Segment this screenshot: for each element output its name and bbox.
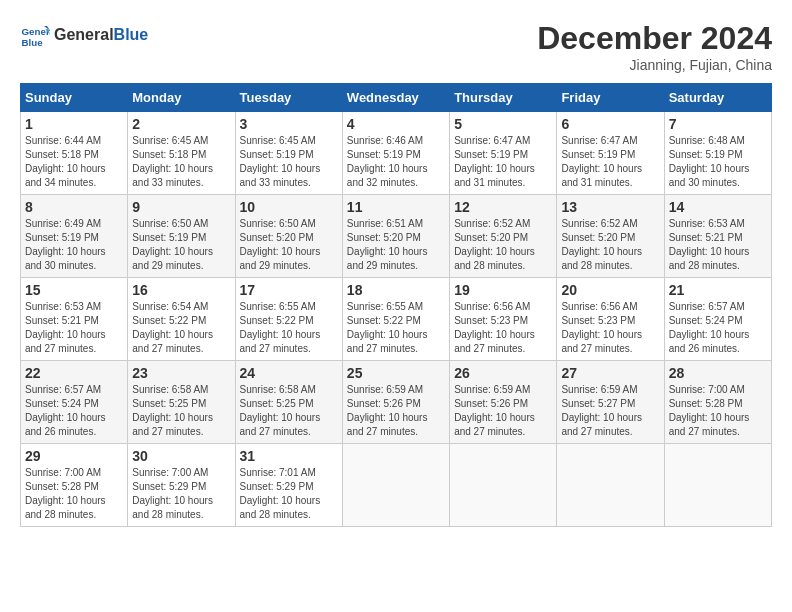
- day-info: Sunrise: 6:50 AM Sunset: 5:20 PM Dayligh…: [240, 217, 338, 273]
- day-info: Sunrise: 6:53 AM Sunset: 5:21 PM Dayligh…: [25, 300, 123, 356]
- calendar-cell: 22 Sunrise: 6:57 AM Sunset: 5:24 PM Dayl…: [21, 361, 128, 444]
- day-number: 12: [454, 199, 552, 215]
- calendar-cell: 17 Sunrise: 6:55 AM Sunset: 5:22 PM Dayl…: [235, 278, 342, 361]
- day-info: Sunrise: 6:59 AM Sunset: 5:26 PM Dayligh…: [454, 383, 552, 439]
- calendar-cell: 10 Sunrise: 6:50 AM Sunset: 5:20 PM Dayl…: [235, 195, 342, 278]
- weekday-header-wednesday: Wednesday: [342, 84, 449, 112]
- day-info: Sunrise: 6:57 AM Sunset: 5:24 PM Dayligh…: [669, 300, 767, 356]
- calendar-cell: [342, 444, 449, 527]
- calendar-cell: 23 Sunrise: 6:58 AM Sunset: 5:25 PM Dayl…: [128, 361, 235, 444]
- calendar-cell: 15 Sunrise: 6:53 AM Sunset: 5:21 PM Dayl…: [21, 278, 128, 361]
- day-number: 4: [347, 116, 445, 132]
- day-info: Sunrise: 6:59 AM Sunset: 5:27 PM Dayligh…: [561, 383, 659, 439]
- day-info: Sunrise: 6:54 AM Sunset: 5:22 PM Dayligh…: [132, 300, 230, 356]
- day-info: Sunrise: 6:52 AM Sunset: 5:20 PM Dayligh…: [454, 217, 552, 273]
- logo-icon: General Blue: [20, 20, 50, 50]
- day-info: Sunrise: 6:55 AM Sunset: 5:22 PM Dayligh…: [240, 300, 338, 356]
- svg-text:General: General: [22, 26, 51, 37]
- calendar-cell: 16 Sunrise: 6:54 AM Sunset: 5:22 PM Dayl…: [128, 278, 235, 361]
- calendar-cell: 19 Sunrise: 6:56 AM Sunset: 5:23 PM Dayl…: [450, 278, 557, 361]
- calendar-cell: 13 Sunrise: 6:52 AM Sunset: 5:20 PM Dayl…: [557, 195, 664, 278]
- calendar-cell: 24 Sunrise: 6:58 AM Sunset: 5:25 PM Dayl…: [235, 361, 342, 444]
- calendar-cell: 6 Sunrise: 6:47 AM Sunset: 5:19 PM Dayli…: [557, 112, 664, 195]
- calendar-cell: [664, 444, 771, 527]
- day-number: 5: [454, 116, 552, 132]
- calendar-cell: 9 Sunrise: 6:50 AM Sunset: 5:19 PM Dayli…: [128, 195, 235, 278]
- day-number: 3: [240, 116, 338, 132]
- calendar-cell: 28 Sunrise: 7:00 AM Sunset: 5:28 PM Dayl…: [664, 361, 771, 444]
- day-number: 15: [25, 282, 123, 298]
- day-info: Sunrise: 6:44 AM Sunset: 5:18 PM Dayligh…: [25, 134, 123, 190]
- calendar-cell: 1 Sunrise: 6:44 AM Sunset: 5:18 PM Dayli…: [21, 112, 128, 195]
- weekday-header-friday: Friday: [557, 84, 664, 112]
- svg-text:Blue: Blue: [22, 37, 44, 48]
- day-number: 25: [347, 365, 445, 381]
- day-info: Sunrise: 6:59 AM Sunset: 5:26 PM Dayligh…: [347, 383, 445, 439]
- day-info: Sunrise: 6:45 AM Sunset: 5:18 PM Dayligh…: [132, 134, 230, 190]
- day-info: Sunrise: 6:47 AM Sunset: 5:19 PM Dayligh…: [454, 134, 552, 190]
- day-number: 27: [561, 365, 659, 381]
- calendar-cell: 18 Sunrise: 6:55 AM Sunset: 5:22 PM Dayl…: [342, 278, 449, 361]
- calendar-cell: 14 Sunrise: 6:53 AM Sunset: 5:21 PM Dayl…: [664, 195, 771, 278]
- day-number: 2: [132, 116, 230, 132]
- day-number: 16: [132, 282, 230, 298]
- day-info: Sunrise: 6:51 AM Sunset: 5:20 PM Dayligh…: [347, 217, 445, 273]
- calendar-cell: 26 Sunrise: 6:59 AM Sunset: 5:26 PM Dayl…: [450, 361, 557, 444]
- day-info: Sunrise: 6:46 AM Sunset: 5:19 PM Dayligh…: [347, 134, 445, 190]
- day-number: 21: [669, 282, 767, 298]
- day-info: Sunrise: 7:00 AM Sunset: 5:28 PM Dayligh…: [25, 466, 123, 522]
- day-number: 24: [240, 365, 338, 381]
- day-number: 10: [240, 199, 338, 215]
- day-info: Sunrise: 6:50 AM Sunset: 5:19 PM Dayligh…: [132, 217, 230, 273]
- calendar-cell: [450, 444, 557, 527]
- day-info: Sunrise: 6:49 AM Sunset: 5:19 PM Dayligh…: [25, 217, 123, 273]
- day-info: Sunrise: 6:48 AM Sunset: 5:19 PM Dayligh…: [669, 134, 767, 190]
- day-info: Sunrise: 6:53 AM Sunset: 5:21 PM Dayligh…: [669, 217, 767, 273]
- day-number: 26: [454, 365, 552, 381]
- calendar-cell: 5 Sunrise: 6:47 AM Sunset: 5:19 PM Dayli…: [450, 112, 557, 195]
- day-number: 7: [669, 116, 767, 132]
- location: Jianning, Fujian, China: [537, 57, 772, 73]
- weekday-header-saturday: Saturday: [664, 84, 771, 112]
- calendar-cell: 11 Sunrise: 6:51 AM Sunset: 5:20 PM Dayl…: [342, 195, 449, 278]
- day-info: Sunrise: 6:58 AM Sunset: 5:25 PM Dayligh…: [240, 383, 338, 439]
- day-info: Sunrise: 6:45 AM Sunset: 5:19 PM Dayligh…: [240, 134, 338, 190]
- calendar-cell: 20 Sunrise: 6:56 AM Sunset: 5:23 PM Dayl…: [557, 278, 664, 361]
- weekday-header-sunday: Sunday: [21, 84, 128, 112]
- calendar-cell: 30 Sunrise: 7:00 AM Sunset: 5:29 PM Dayl…: [128, 444, 235, 527]
- day-info: Sunrise: 6:58 AM Sunset: 5:25 PM Dayligh…: [132, 383, 230, 439]
- day-info: Sunrise: 6:47 AM Sunset: 5:19 PM Dayligh…: [561, 134, 659, 190]
- page-header: General Blue GeneralBlue December 2024 J…: [20, 20, 772, 73]
- logo: General Blue GeneralBlue: [20, 20, 148, 50]
- day-info: Sunrise: 7:01 AM Sunset: 5:29 PM Dayligh…: [240, 466, 338, 522]
- day-number: 9: [132, 199, 230, 215]
- day-number: 29: [25, 448, 123, 464]
- day-number: 28: [669, 365, 767, 381]
- weekday-header-monday: Monday: [128, 84, 235, 112]
- day-number: 22: [25, 365, 123, 381]
- calendar-cell: 2 Sunrise: 6:45 AM Sunset: 5:18 PM Dayli…: [128, 112, 235, 195]
- day-number: 6: [561, 116, 659, 132]
- day-number: 1: [25, 116, 123, 132]
- title-block: December 2024 Jianning, Fujian, China: [537, 20, 772, 73]
- day-info: Sunrise: 6:55 AM Sunset: 5:22 PM Dayligh…: [347, 300, 445, 356]
- day-number: 14: [669, 199, 767, 215]
- month-title: December 2024: [537, 20, 772, 57]
- calendar-cell: 29 Sunrise: 7:00 AM Sunset: 5:28 PM Dayl…: [21, 444, 128, 527]
- day-number: 13: [561, 199, 659, 215]
- day-number: 8: [25, 199, 123, 215]
- calendar-cell: 7 Sunrise: 6:48 AM Sunset: 5:19 PM Dayli…: [664, 112, 771, 195]
- weekday-header-tuesday: Tuesday: [235, 84, 342, 112]
- weekday-header-thursday: Thursday: [450, 84, 557, 112]
- day-info: Sunrise: 7:00 AM Sunset: 5:29 PM Dayligh…: [132, 466, 230, 522]
- day-info: Sunrise: 6:57 AM Sunset: 5:24 PM Dayligh…: [25, 383, 123, 439]
- calendar-cell: [557, 444, 664, 527]
- calendar-cell: 21 Sunrise: 6:57 AM Sunset: 5:24 PM Dayl…: [664, 278, 771, 361]
- calendar-cell: 4 Sunrise: 6:46 AM Sunset: 5:19 PM Dayli…: [342, 112, 449, 195]
- calendar-table: SundayMondayTuesdayWednesdayThursdayFrid…: [20, 83, 772, 527]
- calendar-cell: 27 Sunrise: 6:59 AM Sunset: 5:27 PM Dayl…: [557, 361, 664, 444]
- day-info: Sunrise: 6:52 AM Sunset: 5:20 PM Dayligh…: [561, 217, 659, 273]
- day-info: Sunrise: 6:56 AM Sunset: 5:23 PM Dayligh…: [454, 300, 552, 356]
- day-number: 11: [347, 199, 445, 215]
- calendar-cell: 8 Sunrise: 6:49 AM Sunset: 5:19 PM Dayli…: [21, 195, 128, 278]
